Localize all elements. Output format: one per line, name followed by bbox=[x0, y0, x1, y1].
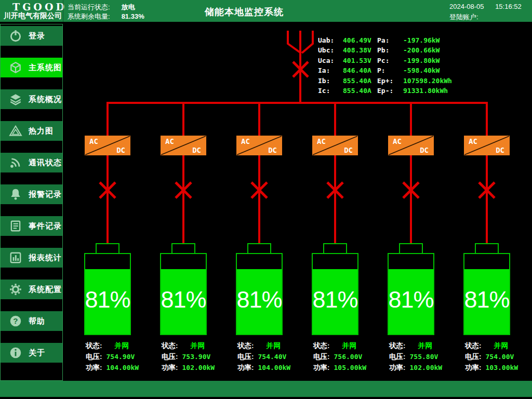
stat-label: 电压: bbox=[162, 353, 178, 361]
company-name: 川开电气有限公司 bbox=[4, 11, 62, 21]
meas-label: Pc: bbox=[377, 56, 403, 65]
stat-label: 功率: bbox=[162, 364, 178, 371]
battery-terminal bbox=[399, 243, 423, 254]
sidebar-item-label: 事件记录 bbox=[29, 221, 62, 231]
help-icon: ? bbox=[9, 314, 22, 328]
meas-value: -598.40kW bbox=[403, 65, 452, 75]
sidebar-item-alarm-records[interactable]: 报警记录 bbox=[1, 184, 62, 204]
stat-value: 并网 bbox=[191, 341, 205, 350]
sidebar-item-comm-status[interactable]: 通讯状态 bbox=[1, 153, 62, 172]
stat-value: 754.40V bbox=[258, 353, 287, 361]
system-soc-label: 系统剩余电量: bbox=[68, 12, 119, 21]
stat-label: 电压: bbox=[86, 353, 102, 361]
sidebar-item-label: 帮助 bbox=[29, 316, 45, 326]
stat-label: 电压: bbox=[465, 353, 482, 361]
sidebar-item-login[interactable]: 登录 bbox=[1, 26, 62, 46]
footer-bar bbox=[0, 381, 532, 397]
battery-soc-text: 81% bbox=[389, 254, 433, 334]
battery-gauge: 81% bbox=[388, 253, 434, 335]
info-icon bbox=[9, 346, 22, 360]
acdc-converter: ACDC bbox=[312, 136, 358, 155]
brand-logo: TGOOD bbox=[12, 1, 67, 12]
sidebar-item-label: 报表统计 bbox=[29, 253, 62, 263]
battery-soc-text: 81% bbox=[313, 254, 357, 334]
chart-icon bbox=[9, 251, 22, 264]
stat-label: 功率: bbox=[389, 364, 406, 371]
meas-value: -197.96kW bbox=[403, 35, 452, 45]
stat-value: 102.00kW bbox=[410, 364, 443, 371]
sidebar-menu: 登录 主系统图 系统概况 热力图 通讯状态 bbox=[0, 24, 63, 381]
stat-label: 状态: bbox=[162, 342, 178, 350]
meas-label: Ia: bbox=[318, 65, 343, 75]
meas-value: -199.80kW bbox=[403, 56, 452, 65]
meas-value: 408.38V bbox=[343, 45, 377, 55]
battery-gauge: 81% bbox=[84, 253, 131, 335]
sidebar-item-system-config[interactable]: 系统配置 bbox=[1, 280, 62, 299]
stat-value: 103.00kW bbox=[486, 364, 518, 371]
datetime: 2024-08-05 15:16:52 bbox=[449, 3, 522, 10]
sidebar-item-system-overview[interactable]: 系统概况 bbox=[1, 89, 62, 109]
battery-soc-text: 81% bbox=[464, 254, 509, 334]
battery-gauge: 81% bbox=[463, 253, 510, 335]
meas-label: Ep+: bbox=[377, 76, 403, 86]
converter-dc-label: DC bbox=[420, 146, 429, 154]
meas-value: 401.53V bbox=[343, 56, 377, 65]
converter-ac-label: AC bbox=[393, 137, 402, 145]
sidebar-item-main-diagram[interactable]: 主系统图 bbox=[1, 58, 62, 77]
meas-value: -200.66kW bbox=[403, 45, 452, 55]
single-line-diagram: Uab:406.49VPa:-197.96kW Ubc:408.38VPb:-2… bbox=[63, 22, 532, 381]
header-divider bbox=[63, 0, 63, 22]
battery-stats: 状态:并网 电压:756.00V 功率:105.00kW bbox=[313, 341, 386, 374]
stat-value: 753.90V bbox=[182, 353, 211, 361]
battery-stats: 状态:并网 电压:754.00V 功率:103.00kW bbox=[465, 341, 532, 374]
battery-terminal bbox=[171, 243, 195, 254]
sidebar-item-event-records[interactable]: 事件记录 bbox=[1, 216, 62, 236]
battery-stats: 状态:并网 电压:753.90V 功率:102.00kW bbox=[162, 341, 234, 374]
stat-value: 并网 bbox=[115, 341, 129, 350]
stat-value: 754.00V bbox=[486, 353, 514, 361]
login-account-row: 登陆账户: bbox=[449, 12, 478, 22]
run-status-value: 放电 bbox=[122, 3, 135, 11]
meas-label: Ib: bbox=[318, 76, 343, 86]
meas-label: Ubc: bbox=[318, 45, 343, 55]
meas-label: Uab: bbox=[318, 35, 343, 45]
meas-label: Ep-: bbox=[377, 86, 403, 96]
battery-stats: 状态:并网 电压:754.40V 功率:104.00kW bbox=[237, 341, 310, 374]
battery-terminal bbox=[475, 243, 499, 254]
stat-value: 并网 bbox=[267, 341, 281, 350]
meas-value: 406.49V bbox=[343, 35, 377, 45]
converter-dc-label: DC bbox=[268, 146, 277, 154]
stat-label: 电压: bbox=[237, 353, 254, 361]
stat-value: 并网 bbox=[342, 341, 357, 350]
sidebar-item-label: 主系统图 bbox=[29, 63, 62, 73]
meas-value: 107598.20kWh bbox=[403, 76, 452, 86]
cube-icon bbox=[9, 61, 22, 74]
stat-label: 电压: bbox=[313, 353, 330, 361]
login-account-label: 登陆账户: bbox=[449, 13, 478, 21]
battery-soc-text: 81% bbox=[85, 254, 130, 334]
stat-label: 状态: bbox=[313, 342, 330, 350]
stat-label: 电压: bbox=[389, 353, 406, 361]
acdc-converter: ACDC bbox=[85, 136, 130, 155]
sidebar-item-heatmap[interactable]: 热力图 bbox=[1, 121, 62, 141]
stat-value: 105.00kW bbox=[334, 364, 367, 371]
meas-value: 855.40A bbox=[343, 86, 377, 96]
sidebar-item-about[interactable]: 关于 bbox=[1, 343, 62, 363]
stat-value: 并网 bbox=[494, 341, 509, 350]
meas-label: Uca: bbox=[318, 56, 343, 65]
converter-dc-label: DC bbox=[192, 146, 201, 154]
meas-value: 846.40A bbox=[343, 65, 377, 75]
acdc-converter: ACDC bbox=[464, 136, 510, 155]
sidebar-item-label: 通讯状态 bbox=[29, 158, 62, 168]
sidebar-item-help[interactable]: ? 帮助 bbox=[1, 311, 62, 331]
date-value: 2024-08-05 bbox=[449, 3, 484, 10]
converter-ac-label: AC bbox=[317, 137, 326, 145]
battery-stats: 状态:并网 电压:754.90V 功率:104.00kW bbox=[86, 341, 158, 374]
converter-dc-label: DC bbox=[116, 146, 125, 154]
stat-value: 104.00kW bbox=[107, 364, 139, 371]
sidebar-item-report-statistics[interactable]: 报表统计 bbox=[1, 248, 62, 268]
document-icon bbox=[9, 219, 22, 233]
system-soc-row: 系统剩余电量: 81.33% bbox=[68, 12, 144, 21]
sidebar-item-label: 热力图 bbox=[29, 126, 54, 136]
signal-icon bbox=[9, 156, 22, 169]
